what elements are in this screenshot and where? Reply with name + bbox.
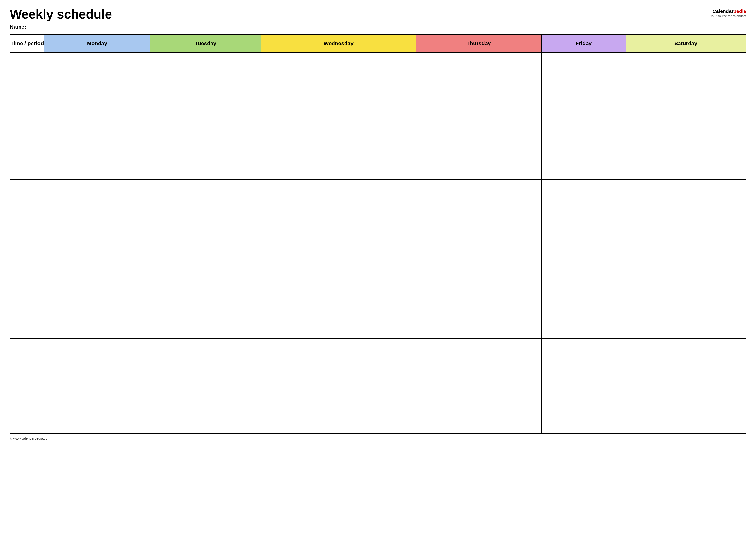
cell-monday[interactable] [44, 211, 150, 243]
cell-tuesday[interactable] [150, 84, 261, 116]
cell-saturday[interactable] [626, 275, 746, 307]
cell-friday[interactable] [542, 52, 626, 84]
cell-thursday[interactable] [416, 52, 542, 84]
time-cell[interactable] [10, 148, 44, 179]
cell-tuesday[interactable] [150, 148, 261, 179]
table-row [10, 116, 746, 148]
cell-tuesday[interactable] [150, 307, 261, 338]
schedule-body [10, 52, 746, 434]
cell-saturday[interactable] [626, 84, 746, 116]
time-cell[interactable] [10, 179, 44, 211]
time-cell[interactable] [10, 402, 44, 434]
cell-wednesday[interactable] [261, 116, 416, 148]
cell-thursday[interactable] [416, 148, 542, 179]
cell-friday[interactable] [542, 275, 626, 307]
cell-wednesday[interactable] [261, 84, 416, 116]
cell-wednesday[interactable] [261, 275, 416, 307]
cell-saturday[interactable] [626, 116, 746, 148]
cell-tuesday[interactable] [150, 243, 261, 275]
logo-calendar: Calendar [712, 9, 734, 14]
cell-tuesday[interactable] [150, 179, 261, 211]
cell-saturday[interactable] [626, 370, 746, 402]
cell-thursday[interactable] [416, 307, 542, 338]
cell-monday[interactable] [44, 370, 150, 402]
table-row [10, 52, 746, 84]
logo-tagline: Your source for calendars [710, 14, 746, 18]
cell-saturday[interactable] [626, 338, 746, 370]
time-cell[interactable] [10, 338, 44, 370]
header-tuesday: Tuesday [150, 35, 261, 52]
cell-monday[interactable] [44, 179, 150, 211]
cell-saturday[interactable] [626, 307, 746, 338]
cell-tuesday[interactable] [150, 370, 261, 402]
cell-thursday[interactable] [416, 84, 542, 116]
cell-monday[interactable] [44, 338, 150, 370]
cell-friday[interactable] [542, 211, 626, 243]
table-header-row: Time / period Monday Tuesday Wednesday T… [10, 35, 746, 52]
time-cell[interactable] [10, 307, 44, 338]
cell-thursday[interactable] [416, 179, 542, 211]
cell-wednesday[interactable] [261, 243, 416, 275]
cell-tuesday[interactable] [150, 116, 261, 148]
time-cell[interactable] [10, 116, 44, 148]
header-monday: Monday [44, 35, 150, 52]
cell-thursday[interactable] [416, 370, 542, 402]
time-cell[interactable] [10, 84, 44, 116]
cell-saturday[interactable] [626, 179, 746, 211]
cell-wednesday[interactable] [261, 52, 416, 84]
cell-saturday[interactable] [626, 243, 746, 275]
cell-tuesday[interactable] [150, 52, 261, 84]
cell-wednesday[interactable] [261, 338, 416, 370]
cell-tuesday[interactable] [150, 402, 261, 434]
cell-friday[interactable] [542, 84, 626, 116]
cell-wednesday[interactable] [261, 402, 416, 434]
time-cell[interactable] [10, 370, 44, 402]
table-row [10, 275, 746, 307]
cell-saturday[interactable] [626, 52, 746, 84]
cell-wednesday[interactable] [261, 211, 416, 243]
cell-saturday[interactable] [626, 402, 746, 434]
cell-saturday[interactable] [626, 211, 746, 243]
cell-thursday[interactable] [416, 402, 542, 434]
cell-monday[interactable] [44, 307, 150, 338]
time-cell[interactable] [10, 211, 44, 243]
cell-wednesday[interactable] [261, 148, 416, 179]
cell-monday[interactable] [44, 148, 150, 179]
cell-thursday[interactable] [416, 338, 542, 370]
cell-tuesday[interactable] [150, 275, 261, 307]
cell-tuesday[interactable] [150, 211, 261, 243]
cell-friday[interactable] [542, 307, 626, 338]
name-label: Name: [10, 24, 746, 30]
cell-thursday[interactable] [416, 116, 542, 148]
cell-monday[interactable] [44, 116, 150, 148]
cell-tuesday[interactable] [150, 338, 261, 370]
cell-wednesday[interactable] [261, 307, 416, 338]
table-row [10, 243, 746, 275]
cell-friday[interactable] [542, 402, 626, 434]
cell-thursday[interactable] [416, 211, 542, 243]
cell-friday[interactable] [542, 116, 626, 148]
cell-monday[interactable] [44, 402, 150, 434]
cell-monday[interactable] [44, 52, 150, 84]
cell-monday[interactable] [44, 84, 150, 116]
cell-monday[interactable] [44, 243, 150, 275]
header-friday: Friday [542, 35, 626, 52]
cell-friday[interactable] [542, 370, 626, 402]
table-row [10, 84, 746, 116]
cell-friday[interactable] [542, 243, 626, 275]
time-cell[interactable] [10, 243, 44, 275]
cell-friday[interactable] [542, 148, 626, 179]
cell-wednesday[interactable] [261, 370, 416, 402]
cell-saturday[interactable] [626, 148, 746, 179]
table-row [10, 179, 746, 211]
cell-friday[interactable] [542, 179, 626, 211]
cell-thursday[interactable] [416, 243, 542, 275]
table-row [10, 307, 746, 338]
cell-wednesday[interactable] [261, 179, 416, 211]
cell-monday[interactable] [44, 275, 150, 307]
cell-friday[interactable] [542, 338, 626, 370]
time-cell[interactable] [10, 275, 44, 307]
logo-pedia: pedia [734, 9, 746, 14]
time-cell[interactable] [10, 52, 44, 84]
cell-thursday[interactable] [416, 275, 542, 307]
